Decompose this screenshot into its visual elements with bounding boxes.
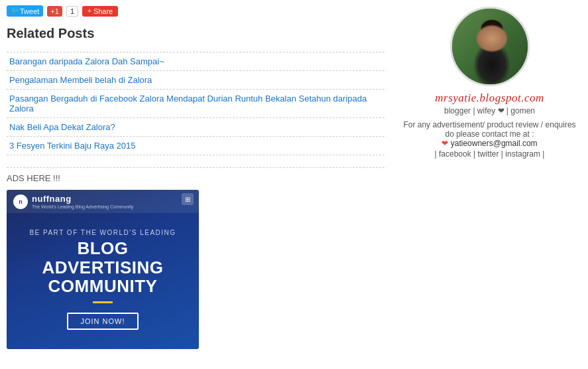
nuffnang-small-text: BE PART OF THE WORLD'S LEADING — [29, 229, 176, 236]
related-post-link-5[interactable]: 3 Fesyen Terkini Baju Raya 2015 — [9, 141, 136, 151]
tweet-bird-icon: 🐦 — [11, 7, 20, 15]
social-bar: 🐦 Tweet +1 1 + Share — [7, 5, 384, 17]
gplus-count: 1 — [66, 6, 78, 17]
gplus-button[interactable]: +1 — [47, 6, 62, 17]
nuffnang-big-text-1: BLOG — [77, 239, 128, 258]
nuffnang-top-bar: n nuffnang The World's Leading Blog Adve… — [7, 190, 199, 213]
nuffnang-logo-sub: The World's Leading Blog Advertising Com… — [32, 204, 133, 209]
profile-contact-line1: For any advertisement/ product review / … — [403, 120, 575, 129]
related-post-link-4[interactable]: Nak Beli Apa Dekat Zalora? — [9, 122, 115, 132]
nuffnang-logo-text: nuffnang — [32, 194, 133, 204]
related-posts-title: Related Posts — [7, 26, 384, 44]
left-column: 🐦 Tweet +1 1 + Share Related Posts Baran… — [0, 0, 391, 354]
profile-avatar — [450, 7, 530, 86]
ads-section: ADS HERE !!! n nuffnang The World's Lead… — [7, 167, 384, 349]
nuffnang-divider — [93, 301, 113, 303]
profile-desc-text: blogger | wifey ❤ | gomen — [444, 106, 535, 115]
twitter-link[interactable]: twitter — [478, 149, 499, 159]
share-button[interactable]: + Share — [82, 6, 118, 17]
nuffnang-cta-button[interactable]: JOIN NOW! — [67, 313, 138, 330]
share-label: Share — [93, 7, 113, 15]
related-post-link-3[interactable]: Pasangan Bergaduh di Facebook Zalora Men… — [9, 94, 367, 113]
related-posts-list: Barangan daripada Zalora Dah Sampai~ Pen… — [7, 52, 384, 155]
profile-contact: For any advertisement/ product review / … — [403, 120, 575, 148]
list-item: Barangan daripada Zalora Dah Sampai~ — [7, 52, 384, 71]
related-post-link-1[interactable]: Barangan daripada Zalora Dah Sampai~ — [9, 56, 164, 66]
list-item: Nak Beli Apa Dekat Zalora? — [7, 118, 384, 137]
share-icon: + — [88, 7, 91, 15]
nuffnang-body: BE PART OF THE WORLD'S LEADING BLOG ADVE… — [29, 229, 176, 330]
profile-links: | facebook | twitter | instagram | — [435, 149, 545, 159]
tweet-button[interactable]: 🐦 Tweet — [7, 5, 43, 17]
profile-contact-line2: do please contact me at : — [403, 129, 575, 139]
nuffnang-big-text-3: COMMUNITY — [48, 277, 158, 296]
avatar-image — [452, 9, 528, 84]
nuffnang-logo-circle: n — [13, 194, 28, 209]
list-item: Pasangan Bergaduh di Facebook Zalora Men… — [7, 90, 384, 118]
right-column: mrsyatie.blogspot.com blogger | wifey ❤ … — [391, 0, 588, 354]
profile-email[interactable]: yatieowners@gmail.com — [451, 139, 538, 148]
list-item: 3 Fesyen Terkini Baju Raya 2015 — [7, 137, 384, 155]
related-post-link-2[interactable]: Pengalaman Membeli belah di Zalora — [9, 75, 152, 85]
blog-name-title: mrsyatie.blogspot.com — [435, 92, 544, 105]
facebook-link[interactable]: facebook — [439, 149, 471, 159]
nuffnang-corner-icon: ⊞ — [182, 193, 194, 205]
gplus-label: +1 — [50, 7, 59, 15]
tweet-label: Tweet — [20, 7, 39, 15]
nuffnang-banner[interactable]: n nuffnang The World's Leading Blog Adve… — [7, 190, 199, 349]
profile-email-line: ❤ yatieowners@gmail.com — [403, 139, 575, 148]
nuffnang-logo-text-block: nuffnang The World's Leading Blog Advert… — [32, 194, 133, 209]
ads-label: ADS HERE !!! — [7, 173, 384, 183]
main-layout: 🐦 Tweet +1 1 + Share Related Posts Baran… — [0, 0, 588, 354]
nuffnang-big-text-2: ADVERTISING — [42, 258, 163, 277]
profile-description: blogger | wifey ❤ | gomen — [444, 105, 535, 117]
instagram-link[interactable]: instagram — [505, 149, 540, 159]
heart-icon: ❤ — [441, 139, 448, 148]
list-item: Pengalaman Membeli belah di Zalora — [7, 71, 384, 90]
